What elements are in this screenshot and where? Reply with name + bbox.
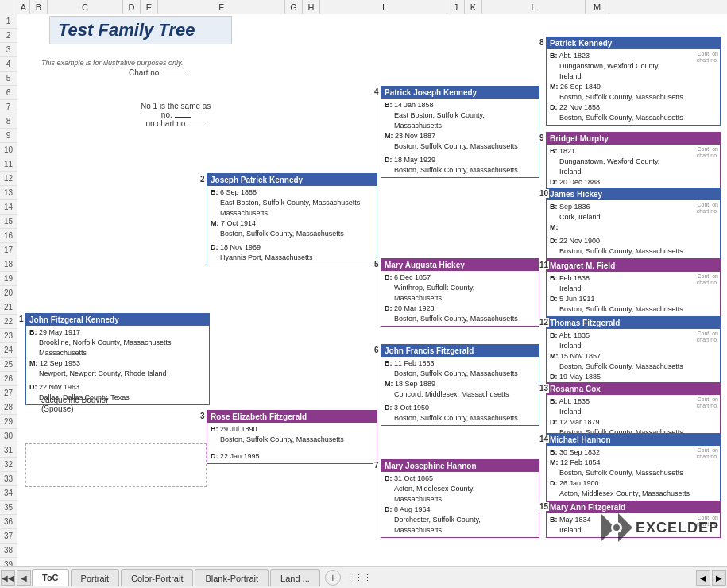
row-10: 10 [0, 143, 17, 157]
col-header-a[interactable]: A [17, 0, 30, 14]
person-5-header: 5 Mary Augusta Hickey [381, 259, 539, 271]
row-14: 14 [0, 200, 17, 215]
col-header-f[interactable]: F [158, 0, 285, 14]
tab-toc[interactable]: ToC [32, 569, 69, 586]
row-21: 21 [0, 300, 17, 315]
corner-cell [0, 0, 17, 14]
row-12: 12 [0, 172, 17, 186]
person-6-header: 6 John Francis Fitzgerald [381, 345, 539, 357]
subtitle: This example is for illustrative purpose… [41, 59, 183, 67]
logo-text: EXCELDEP [636, 520, 719, 536]
row-23: 23 [0, 329, 17, 343]
row-19: 19 [0, 272, 17, 286]
person-8-body: Cont. onchart no. B: Abt. 1823 Dungansto… [547, 49, 720, 125]
person-1-card: 1 John Fitzgeral Kennedy B: 29 May 1917 … [25, 313, 210, 405]
tab-add-button[interactable]: + [325, 570, 341, 586]
person-5-body: B: 6 Dec 1857 Winthrop, Suffolk County, … [381, 271, 539, 326]
tab-more-button[interactable]: ⋮⋮⋮ [341, 573, 377, 583]
column-headers: A B C D E F G H I J K L M [0, 0, 727, 14]
person-2-card: 2 Joseph Patrick Kennedy B: 6 Sep 1888 E… [207, 173, 377, 265]
row-9: 9 [0, 129, 17, 143]
row-17: 17 [0, 243, 17, 257]
row-1: 1 [0, 14, 17, 29]
row-38: 38 [0, 544, 17, 558]
row-16: 16 [0, 229, 17, 243]
tab-nav-prev[interactable]: ◀ [17, 570, 31, 586]
svg-point-3 [613, 524, 620, 531]
person-13-header: 13 Rosanna Cox [547, 383, 720, 395]
row-6: 6 [0, 86, 17, 100]
chart-no-label: Chart no. [129, 68, 186, 77]
spouse-line [25, 408, 208, 408]
col-header-i[interactable]: I [320, 0, 447, 14]
person-3-body: B: 29 Jul 1890 Boston, Suffolk County, M… [207, 423, 377, 463]
content-area: Test Family Tree This example is for ill… [17, 14, 727, 566]
tab-color-portrait[interactable]: Color-Portrait [121, 569, 193, 586]
row-33: 33 [0, 472, 17, 486]
empty-box [25, 443, 207, 487]
row-18: 18 [0, 257, 17, 272]
row-36: 36 [0, 515, 17, 529]
person-4-header: 4 Patrick Joseph Kennedy [381, 87, 539, 99]
row-25: 25 [0, 358, 17, 372]
col-header-b[interactable]: B [30, 0, 48, 14]
person-6-body: B: 11 Feb 1863 Boston, Suffolk County, M… [381, 357, 539, 425]
col-header-d[interactable]: D [123, 0, 141, 14]
col-header-g[interactable]: G [285, 0, 303, 14]
row-37: 37 [0, 529, 17, 544]
logo-watermark: EXCELDEP [601, 513, 719, 542]
row-7: 7 [0, 100, 17, 114]
person-7-body: B: 31 Oct 1865 Acton, Middlesex County, … [381, 472, 539, 537]
row-39: 39 [0, 558, 17, 566]
col-header-m[interactable]: M [586, 0, 609, 14]
row-31: 31 [0, 443, 17, 458]
tab-land[interactable]: Land ... [270, 569, 320, 586]
person-14-header: 14 Michael Hannon [547, 434, 720, 446]
row-5: 5 [0, 72, 17, 86]
person-4-body: B: 14 Jan 1858 East Boston, Suffolk Coun… [381, 99, 539, 177]
row-4: 4 [0, 57, 17, 72]
person-8-card: 8 Patrick Kennedy Cont. onchart no. B: A… [546, 37, 721, 126]
row-22: 22 [0, 315, 17, 329]
spreadsheet-container: A B C D E F G H I J K L M 1 2 3 4 5 6 7 … [0, 0, 727, 566]
person-1-header: 1 John Fitzgeral Kennedy [26, 314, 209, 326]
col-header-h[interactable]: H [303, 0, 320, 14]
person-10-body: Cont. onchart no. B: Sep 1836 Cork, Irel… [547, 200, 720, 258]
row-24: 24 [0, 343, 17, 358]
main-area: 1 2 3 4 5 6 7 8 9 10 11 12 13 14 15 16 1… [0, 14, 727, 566]
tab-scroll-right: ◀ ▶ [695, 570, 727, 586]
person-2-body: B: 6 Sep 1888 East Boston, Suffolk Count… [207, 186, 377, 265]
tab-bar: ◀◀ ◀ ToC Portrait Color-Portrait Blank-P… [0, 566, 727, 588]
row-20: 20 [0, 286, 17, 300]
tab-scroll-right-btn[interactable]: ▶ [712, 570, 726, 586]
person-14-body: Cont. onchart no. B: 30 Sep 1832 M: 12 F… [547, 446, 720, 501]
row-2: 2 [0, 29, 17, 43]
tab-nav-first[interactable]: ◀◀ [1, 570, 15, 586]
tab-scroll-left-btn[interactable]: ◀ [696, 570, 710, 586]
col-header-c[interactable]: C [48, 0, 123, 14]
person-5-card: 5 Mary Augusta Hickey B: 6 Dec 1857 Wint… [381, 258, 539, 327]
row-11: 11 [0, 157, 17, 172]
col-header-k[interactable]: K [465, 0, 482, 14]
person-11-card: 11 Margaret M. Field Cont. onchart no. B… [546, 259, 721, 317]
person-4-card: 4 Patrick Joseph Kennedy B: 14 Jan 1858 … [381, 86, 539, 178]
person-10-header: 10 James Hickey [547, 188, 720, 200]
col-header-j[interactable]: J [447, 0, 465, 14]
row-8: 8 [0, 114, 17, 129]
tab-blank-portrait[interactable]: Blank-Portrait [195, 569, 269, 586]
row-28: 28 [0, 400, 17, 415]
tab-portrait[interactable]: Portrait [71, 569, 119, 586]
person-11-header: 11 Margaret M. Field [547, 260, 720, 272]
person-8-header: 8 Patrick Kennedy [547, 37, 720, 49]
person-11-body: Cont. onchart no. B: Feb 1838 Ireland D:… [547, 272, 720, 316]
person-14-card: 14 Michael Hannon Cont. onchart no. B: 3… [546, 433, 721, 501]
person-2-header: 2 Joseph Patrick Kennedy [207, 174, 377, 186]
title-area: Test Family Tree [49, 16, 232, 44]
row-29: 29 [0, 415, 17, 429]
person-3-card: 3 Rose Elizabeth Fitzgerald B: 29 Jul 18… [207, 410, 377, 464]
person-12-header: 12 Thomas Fitzgerald [547, 317, 720, 329]
row-26: 26 [0, 372, 17, 386]
col-header-l[interactable]: L [482, 0, 586, 14]
col-header-e[interactable]: E [141, 0, 158, 14]
person-1-body: B: 29 May 1917 Brookline, Norfolk County… [26, 326, 209, 404]
